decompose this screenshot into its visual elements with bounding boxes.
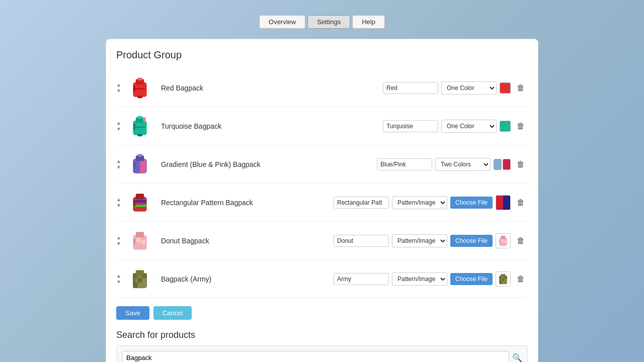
product-list: ▲▼ Red Bagpack One ColorTwo ColorsPatter… — [116, 69, 528, 298]
svg-rect-12 — [143, 117, 146, 122]
product-group-card: Product Group ▲▼ Red Bagpack One ColorTw… — [106, 39, 538, 362]
product-name: Bagpack (Army) — [161, 275, 334, 283]
cancel-button[interactable]: Cancel — [153, 306, 192, 320]
color-swatch-1[interactable] — [494, 159, 502, 170]
search-bar: 🔍 — [116, 345, 528, 362]
svg-rect-54 — [500, 278, 501, 281]
delete-button[interactable]: 🗑 — [514, 274, 528, 285]
sort-handle[interactable]: ▲▼ — [116, 82, 121, 94]
svg-rect-9 — [135, 126, 145, 128]
product-name-input[interactable] — [334, 273, 389, 285]
delete-button[interactable]: 🗑 — [514, 82, 528, 94]
color-type-select[interactable]: One ColorTwo ColorsPattern/Image — [435, 158, 491, 171]
pattern-preview — [496, 195, 511, 210]
color-type-select[interactable]: One ColorTwo ColorsPattern/Image — [392, 196, 447, 209]
svg-rect-37 — [501, 236, 505, 239]
color-swatch-2[interactable] — [503, 159, 511, 170]
color-type-select[interactable]: One ColorTwo ColorsPattern/Image — [441, 120, 497, 133]
svg-point-5 — [137, 96, 143, 98]
svg-rect-53 — [501, 274, 505, 277]
svg-rect-31 — [134, 238, 136, 245]
product-row: ▲▼ Turquoise Bagpack One ColorTwo Colors… — [116, 107, 528, 145]
sort-handle[interactable]: ▲▼ — [116, 158, 121, 170]
search-section-title: Search for products — [116, 330, 528, 340]
search-button[interactable]: 🔍 — [512, 353, 522, 362]
svg-rect-24 — [134, 200, 136, 207]
product-name: Rectangular Pattern Bagpack — [161, 199, 334, 207]
product-image — [126, 112, 154, 140]
product-controls: One ColorTwo ColorsPattern/Image Choose … — [334, 195, 528, 210]
tab-bar: Overview Settings Help — [106, 15, 538, 29]
svg-point-27 — [138, 239, 140, 241]
svg-rect-2 — [138, 77, 142, 80]
color-type-select[interactable]: One ColorTwo ColorsPattern/Image — [392, 273, 447, 286]
save-button[interactable]: Save — [116, 306, 149, 320]
svg-rect-8 — [138, 116, 142, 118]
pattern-preview — [496, 233, 511, 248]
svg-rect-49 — [502, 278, 504, 281]
product-image — [126, 150, 154, 178]
product-image — [126, 189, 154, 216]
sort-handle[interactable]: ▲▼ — [116, 235, 121, 247]
svg-rect-38 — [500, 239, 501, 243]
product-image — [126, 265, 154, 293]
product-controls: One ColorTwo ColorsPattern/Image Choose … — [334, 233, 528, 248]
product-controls: One ColorTwo ColorsPattern/Image Choose … — [334, 272, 528, 287]
product-name-input[interactable] — [377, 158, 432, 170]
color-swatch[interactable] — [500, 82, 511, 94]
product-name-input[interactable] — [383, 120, 438, 132]
color-swatch-pair — [494, 159, 511, 170]
sort-handle[interactable]: ▲▼ — [116, 120, 121, 132]
svg-rect-10 — [134, 124, 136, 130]
color-swatch[interactable] — [500, 121, 511, 132]
product-controls: One ColorTwo ColorsPattern/Image 🗑 — [377, 158, 528, 171]
tab-overview[interactable]: Overview — [259, 15, 305, 29]
pattern-preview — [496, 272, 511, 287]
product-name: Donut Bagpack — [161, 237, 334, 245]
color-type-select[interactable]: One ColorTwo ColorsPattern/Image — [441, 81, 497, 95]
choose-file-button[interactable]: Choose File — [450, 273, 493, 285]
sort-handle[interactable]: ▲▼ — [116, 273, 121, 285]
product-controls: One ColorTwo ColorsPattern/Image 🗑 — [383, 81, 528, 95]
tab-help[interactable]: Help — [352, 15, 385, 29]
color-type-select[interactable]: One ColorTwo ColorsPattern/Image — [392, 234, 447, 247]
card-title: Product Group — [116, 49, 528, 61]
delete-button[interactable]: 🗑 — [514, 159, 528, 170]
delete-button[interactable]: 🗑 — [514, 235, 528, 246]
tab-settings[interactable]: Settings — [307, 15, 350, 29]
product-name: Red Bagpack — [161, 84, 383, 92]
product-row: ▲▼ Bagpack (Army) One ColorTwo ColorsPat… — [116, 260, 528, 298]
action-buttons: Save Cancel — [116, 306, 528, 320]
product-name-input[interactable] — [334, 197, 389, 209]
svg-point-29 — [143, 241, 144, 242]
product-row: ▲▼ Donut Bagpack One ColorTwo ColorsPatt… — [116, 222, 528, 260]
choose-file-button[interactable]: Choose File — [450, 197, 493, 209]
delete-button[interactable]: 🗑 — [514, 197, 528, 208]
svg-rect-17 — [138, 154, 142, 156]
product-row: ▲▼ Gradient (Blue & Pink) Bagpack One Co… — [116, 145, 528, 184]
svg-rect-41 — [138, 278, 142, 282]
search-input[interactable] — [122, 351, 509, 362]
delete-button[interactable]: 🗑 — [514, 121, 528, 132]
product-image — [126, 74, 154, 102]
svg-rect-23 — [136, 194, 144, 199]
svg-rect-4 — [134, 85, 136, 92]
product-name: Gradient (Blue & Pink) Bagpack — [161, 160, 377, 168]
svg-rect-30 — [136, 232, 144, 237]
product-image — [126, 227, 154, 254]
sort-handle[interactable]: ▲▼ — [116, 197, 121, 209]
svg-rect-3 — [135, 88, 145, 89]
svg-point-11 — [137, 134, 143, 136]
product-controls: One ColorTwo ColorsPattern/Image 🗑 — [383, 120, 528, 133]
product-row: ▲▼ Red Bagpack One ColorTwo ColorsPatter… — [116, 69, 528, 107]
svg-rect-43 — [133, 282, 138, 288]
product-row: ▲▼ Rectangular Pattern Bagpack One Color… — [116, 184, 528, 222]
svg-rect-51 — [499, 281, 502, 284]
product-name: Turquoise Bagpack — [161, 122, 383, 130]
svg-rect-18 — [134, 162, 136, 168]
product-name-input[interactable] — [383, 82, 438, 94]
choose-file-button[interactable]: Choose File — [450, 235, 493, 247]
svg-rect-46 — [134, 277, 136, 283]
product-name-input[interactable] — [334, 235, 389, 247]
svg-point-34 — [502, 240, 503, 241]
